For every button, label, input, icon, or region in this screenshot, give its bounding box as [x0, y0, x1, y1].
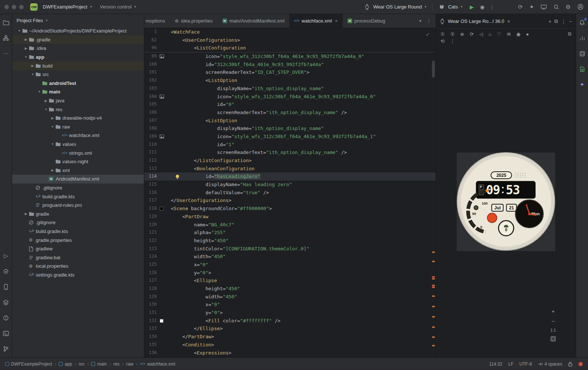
line-number[interactable]: 133 [144, 325, 157, 333]
reset-icon[interactable]: ⟲ [440, 38, 445, 44]
line-number[interactable]: 117 [144, 196, 157, 205]
scrollbar-mark[interactable] [432, 261, 435, 262]
chevron-right-icon[interactable]: ▶ [23, 47, 29, 50]
terminal-tool-icon[interactable] [2, 329, 10, 338]
code-line[interactable]: 115 displayName="Has leading zero" [144, 181, 436, 189]
gutter[interactable] [157, 36, 166, 44]
code-line[interactable]: 123 tintColor="[CONFIGURATION.themeColor… [144, 245, 436, 253]
chevron-down-icon[interactable]: ▼ [43, 108, 49, 111]
hidden-tabs-chevron-icon[interactable]: ▼ [419, 19, 422, 23]
chevron-down-icon[interactable]: ▼ [23, 55, 29, 59]
camera-icon[interactable]: ◉ [516, 31, 520, 37]
code-line[interactable]: 1<WatchFace [144, 28, 436, 36]
line-number[interactable]: 118 [144, 205, 157, 213]
breadcrumb-res[interactable]: res [113, 362, 120, 367]
tree-item-src[interactable]: ▼src [12, 70, 144, 79]
run-tool-icon[interactable]: ▷ [2, 252, 10, 260]
gutter[interactable] [157, 76, 166, 85]
device-mirror-icon[interactable] [541, 4, 547, 10]
gutter[interactable] [157, 237, 166, 245]
project-tool-icon[interactable] [2, 18, 10, 27]
tab-options-icon[interactable]: ⋮ [426, 18, 431, 24]
hide-device-panel-icon[interactable]: − [569, 18, 572, 24]
scrollbar-mark[interactable] [432, 336, 435, 338]
tree-item-build[interactable]: ▶build [12, 61, 144, 70]
chevron-right-icon[interactable]: ▶ [50, 168, 55, 172]
line-number[interactable]: 62 [144, 36, 157, 44]
line-number[interactable]: 135 [144, 341, 157, 349]
button-1-icon[interactable]: ① [440, 31, 445, 37]
line-number[interactable]: 136 [144, 349, 157, 357]
tab-watchface-xml[interactable]: </>watchface.xml× [289, 14, 342, 28]
code-line[interactable]: 96 <ListConfiguration [144, 44, 436, 52]
line-number[interactable]: 121 [144, 229, 157, 237]
tree-item--gitignore[interactable]: .gitignore [12, 184, 144, 192]
gutter[interactable] [157, 285, 166, 293]
tree-item-res[interactable]: ▼res [12, 105, 144, 114]
line-number[interactable]: 113 [144, 165, 157, 173]
home-icon[interactable]: ⌂ [488, 31, 491, 37]
scrollbar-mark[interactable] [432, 278, 435, 280]
zoom-in-button[interactable]: + [551, 308, 555, 314]
zoom-out-button[interactable]: − [551, 318, 555, 324]
tree-item--gradle[interactable]: ▶.gradle [12, 35, 144, 44]
tree-item-drawable-nodpi-v4[interactable]: ▶drawable-nodpi-v4 [12, 114, 144, 123]
line-number[interactable]: 105 [144, 100, 157, 109]
code-line[interactable]: 113 <BooleanConfiguration [144, 165, 436, 173]
tree-item-gradlew-bat[interactable]: gradlew.bat [12, 253, 144, 262]
tree-item-gradle[interactable]: ▶gradle [12, 209, 144, 218]
gutter[interactable] [157, 172, 166, 181]
line-number[interactable]: 124 [144, 253, 157, 261]
code-line[interactable]: 127 <Ellipse [144, 277, 436, 285]
tree-item-values-night[interactable]: values-night [12, 157, 144, 166]
code-line[interactable]: 117</UserConfigurations> [144, 196, 436, 205]
line-number[interactable]: 122 [144, 237, 157, 245]
notifications-icon[interactable] [578, 18, 586, 27]
color-swatch-icon[interactable] [157, 205, 166, 213]
chevron-down-icon[interactable]: ▼ [50, 143, 55, 146]
code-line[interactable]: 110 id="1" [144, 141, 436, 149]
code-line[interactable]: 100 id="312c30bf_f64a_461e_9c93_992f2fb7… [144, 61, 436, 69]
gutter[interactable] [157, 293, 166, 301]
line-number[interactable]: 116 [144, 189, 157, 197]
line-number[interactable]: 127 [144, 277, 157, 285]
encoding-indicator[interactable]: UTF-8 [519, 362, 532, 367]
line-number[interactable]: 103 [144, 85, 157, 93]
gutter[interactable] [157, 261, 166, 269]
version-control-menu[interactable]: Version control ▼ [98, 3, 139, 11]
code-line[interactable]: 135 <Condition> [144, 341, 436, 349]
code-line[interactable]: 103 displayName="ith_option_display_name… [144, 85, 436, 93]
message-icon[interactable]: ✉ [507, 31, 511, 37]
code-line[interactable]: 133 </Ellipse> [144, 325, 436, 333]
line-number[interactable]: 112 [144, 157, 157, 165]
tree-item-strings-xml[interactable]: </>strings.xml [12, 148, 144, 157]
run-configuration-selector[interactable]: Cats ▼ [436, 1, 466, 13]
tree-item-values[interactable]: ▼values [12, 140, 144, 149]
zoom-window-button[interactable] [19, 5, 24, 9]
gutter[interactable] [157, 269, 166, 277]
code-line[interactable]: 111 screenReaderText="ith_option_display… [144, 148, 436, 157]
code-line[interactable]: 120 name="BG_40c7" [144, 221, 436, 229]
tab-processdebug[interactable]: MprocessDebug [343, 14, 390, 28]
chevron-right-icon[interactable]: ▶ [23, 38, 29, 41]
line-number[interactable]: 102 [144, 76, 157, 85]
tree-item-raw[interactable]: ▼raw [12, 123, 144, 131]
line-number[interactable]: 110 [144, 141, 157, 149]
code-line[interactable]: 118<Scene backgroundColor="#ff000000"> [144, 205, 436, 213]
device-tab-title[interactable]: Wear OS Large Ro...l 36.0 [448, 18, 504, 24]
line-number[interactable]: 120 [144, 221, 157, 229]
tab-moptions[interactable]: moptions [144, 14, 170, 28]
line-number[interactable]: 101 [144, 68, 157, 76]
code-line[interactable]: 107 <ListOption [144, 117, 436, 125]
gutter[interactable] [157, 117, 166, 125]
tree-item-androidmanifest-xml[interactable]: MAndroidManifest.xml [12, 175, 144, 184]
chevron-down-icon[interactable]: ▼ [50, 125, 55, 129]
breadcrumb-main[interactable]: main [91, 362, 107, 367]
scrollbar-mark[interactable] [432, 306, 435, 307]
code-line[interactable]: 101 screenReaderText="ID_CAT_STEP_OVER"> [144, 68, 436, 76]
line-number[interactable]: 107 [144, 117, 157, 125]
line-number[interactable]: 115 [144, 181, 157, 189]
close-tab-icon[interactable]: × [335, 18, 338, 24]
scrollbar-mark[interactable] [432, 287, 435, 288]
breadcrumb-watchface-xml[interactable]: </>watchface.xml [140, 362, 175, 367]
